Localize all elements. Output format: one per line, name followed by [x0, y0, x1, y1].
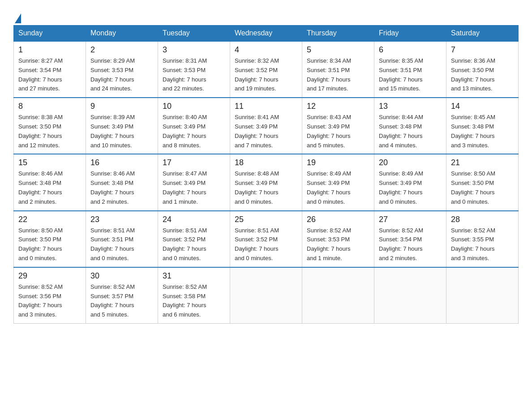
calendar-day-cell: 24 Sunrise: 8:51 AMSunset: 3:52 PMDaylig… — [158, 211, 230, 267]
calendar-week-row: 8 Sunrise: 8:38 AMSunset: 3:50 PMDayligh… — [14, 98, 519, 154]
calendar-day-cell: 25 Sunrise: 8:51 AMSunset: 3:52 PMDaylig… — [230, 211, 302, 267]
day-number: 24 — [163, 215, 225, 224]
day-number: 10 — [163, 102, 225, 111]
calendar-day-cell: 21 Sunrise: 8:50 AMSunset: 3:50 PMDaylig… — [446, 154, 519, 210]
day-of-week-header: Tuesday — [158, 26, 230, 42]
day-of-week-header: Thursday — [302, 26, 374, 42]
day-of-week-header: Monday — [86, 26, 158, 42]
day-number: 23 — [90, 215, 153, 224]
day-number: 11 — [235, 102, 297, 111]
day-number: 7 — [451, 45, 514, 55]
day-info: Sunrise: 8:51 AMSunset: 3:51 PMDaylight:… — [90, 227, 135, 261]
calendar-week-row: 1 Sunrise: 8:27 AMSunset: 3:54 PMDayligh… — [14, 41, 519, 98]
day-number: 14 — [451, 102, 514, 111]
day-info: Sunrise: 8:52 AMSunset: 3:54 PMDaylight:… — [379, 227, 423, 261]
calendar-day-cell: 30 Sunrise: 8:52 AMSunset: 3:57 PMDaylig… — [86, 267, 158, 324]
calendar-header: SundayMondayTuesdayWednesdayThursdayFrid… — [14, 26, 519, 42]
calendar-day-cell: 5 Sunrise: 8:34 AMSunset: 3:51 PMDayligh… — [302, 41, 374, 98]
calendar-day-cell — [302, 267, 374, 324]
day-number: 29 — [18, 271, 81, 281]
days-of-week-row: SundayMondayTuesdayWednesdayThursdayFrid… — [14, 26, 519, 42]
day-info: Sunrise: 8:43 AMSunset: 3:49 PMDaylight:… — [307, 114, 351, 148]
calendar-day-cell: 26 Sunrise: 8:52 AMSunset: 3:53 PMDaylig… — [302, 211, 374, 267]
calendar-week-row: 29 Sunrise: 8:52 AMSunset: 3:56 PMDaylig… — [14, 267, 519, 324]
day-info: Sunrise: 8:45 AMSunset: 3:48 PMDaylight:… — [451, 114, 495, 148]
day-info: Sunrise: 8:34 AMSunset: 3:51 PMDaylight:… — [307, 57, 351, 92]
day-number: 17 — [163, 158, 225, 167]
calendar-day-cell: 20 Sunrise: 8:49 AMSunset: 3:49 PMDaylig… — [374, 154, 446, 210]
day-number: 19 — [307, 158, 369, 167]
day-info: Sunrise: 8:29 AMSunset: 3:53 PMDaylight:… — [90, 57, 135, 92]
day-info: Sunrise: 8:41 AMSunset: 3:49 PMDaylight:… — [235, 114, 279, 148]
calendar-day-cell: 17 Sunrise: 8:47 AMSunset: 3:49 PMDaylig… — [158, 154, 230, 210]
day-info: Sunrise: 8:35 AMSunset: 3:51 PMDaylight:… — [379, 57, 423, 92]
logo-triangle-icon — [15, 13, 21, 23]
day-info: Sunrise: 8:32 AMSunset: 3:52 PMDaylight:… — [235, 57, 279, 92]
calendar-day-cell: 29 Sunrise: 8:52 AMSunset: 3:56 PMDaylig… — [14, 267, 86, 324]
day-number: 30 — [90, 271, 153, 281]
day-number: 28 — [451, 215, 514, 224]
day-of-week-header: Friday — [374, 26, 446, 42]
calendar-day-cell: 11 Sunrise: 8:41 AMSunset: 3:49 PMDaylig… — [230, 98, 302, 154]
calendar-day-cell: 3 Sunrise: 8:31 AMSunset: 3:53 PMDayligh… — [158, 41, 230, 98]
day-number: 1 — [18, 45, 81, 55]
calendar-day-cell: 4 Sunrise: 8:32 AMSunset: 3:52 PMDayligh… — [230, 41, 302, 98]
day-number: 2 — [90, 45, 153, 55]
day-info: Sunrise: 8:44 AMSunset: 3:48 PMDaylight:… — [379, 114, 423, 148]
day-number: 21 — [451, 158, 514, 167]
calendar-day-cell: 31 Sunrise: 8:52 AMSunset: 3:58 PMDaylig… — [158, 267, 230, 324]
day-number: 20 — [379, 158, 442, 167]
calendar-day-cell: 9 Sunrise: 8:39 AMSunset: 3:49 PMDayligh… — [86, 98, 158, 154]
day-number: 16 — [90, 158, 153, 167]
day-number: 3 — [163, 45, 225, 55]
calendar-day-cell: 27 Sunrise: 8:52 AMSunset: 3:54 PMDaylig… — [374, 211, 446, 267]
day-info: Sunrise: 8:39 AMSunset: 3:49 PMDaylight:… — [90, 114, 135, 148]
calendar-day-cell: 28 Sunrise: 8:52 AMSunset: 3:55 PMDaylig… — [446, 211, 519, 267]
day-of-week-header: Sunday — [14, 26, 86, 42]
calendar-day-cell: 1 Sunrise: 8:27 AMSunset: 3:54 PMDayligh… — [14, 41, 86, 98]
logo — [13, 13, 22, 21]
calendar-day-cell: 7 Sunrise: 8:36 AMSunset: 3:50 PMDayligh… — [446, 41, 519, 98]
calendar-day-cell: 10 Sunrise: 8:40 AMSunset: 3:49 PMDaylig… — [158, 98, 230, 154]
day-info: Sunrise: 8:52 AMSunset: 3:57 PMDaylight:… — [90, 283, 135, 318]
day-info: Sunrise: 8:52 AMSunset: 3:58 PMDaylight:… — [163, 283, 207, 318]
day-info: Sunrise: 8:27 AMSunset: 3:54 PMDaylight:… — [18, 57, 63, 92]
day-info: Sunrise: 8:31 AMSunset: 3:53 PMDaylight:… — [163, 57, 207, 92]
day-number: 8 — [18, 102, 81, 111]
calendar-day-cell: 8 Sunrise: 8:38 AMSunset: 3:50 PMDayligh… — [14, 98, 86, 154]
calendar-week-row: 22 Sunrise: 8:50 AMSunset: 3:50 PMDaylig… — [14, 211, 519, 267]
day-number: 12 — [307, 102, 369, 111]
day-number: 6 — [379, 45, 442, 55]
day-info: Sunrise: 8:40 AMSunset: 3:49 PMDaylight:… — [163, 114, 207, 148]
day-info: Sunrise: 8:46 AMSunset: 3:48 PMDaylight:… — [18, 170, 63, 205]
day-info: Sunrise: 8:52 AMSunset: 3:56 PMDaylight:… — [18, 283, 63, 318]
day-info: Sunrise: 8:38 AMSunset: 3:50 PMDaylight:… — [18, 114, 63, 148]
day-info: Sunrise: 8:48 AMSunset: 3:49 PMDaylight:… — [235, 170, 279, 205]
calendar-day-cell — [374, 267, 446, 324]
day-info: Sunrise: 8:50 AMSunset: 3:50 PMDaylight:… — [18, 227, 63, 261]
day-number: 26 — [307, 215, 369, 224]
calendar-day-cell: 19 Sunrise: 8:49 AMSunset: 3:49 PMDaylig… — [302, 154, 374, 210]
day-info: Sunrise: 8:36 AMSunset: 3:50 PMDaylight:… — [451, 57, 495, 92]
calendar-day-cell: 15 Sunrise: 8:46 AMSunset: 3:48 PMDaylig… — [14, 154, 86, 210]
calendar-day-cell — [230, 267, 302, 324]
day-number: 18 — [235, 158, 297, 167]
calendar-day-cell: 12 Sunrise: 8:43 AMSunset: 3:49 PMDaylig… — [302, 98, 374, 154]
calendar-day-cell: 6 Sunrise: 8:35 AMSunset: 3:51 PMDayligh… — [374, 41, 446, 98]
calendar-body: 1 Sunrise: 8:27 AMSunset: 3:54 PMDayligh… — [14, 41, 519, 323]
day-info: Sunrise: 8:52 AMSunset: 3:55 PMDaylight:… — [451, 227, 495, 261]
day-number: 27 — [379, 215, 442, 224]
day-of-week-header: Wednesday — [230, 26, 302, 42]
day-number: 9 — [90, 102, 153, 111]
day-info: Sunrise: 8:51 AMSunset: 3:52 PMDaylight:… — [235, 227, 279, 261]
day-info: Sunrise: 8:46 AMSunset: 3:48 PMDaylight:… — [90, 170, 135, 205]
calendar-day-cell: 23 Sunrise: 8:51 AMSunset: 3:51 PMDaylig… — [86, 211, 158, 267]
day-info: Sunrise: 8:52 AMSunset: 3:53 PMDaylight:… — [307, 227, 351, 261]
calendar-day-cell: 13 Sunrise: 8:44 AMSunset: 3:48 PMDaylig… — [374, 98, 446, 154]
calendar-day-cell: 22 Sunrise: 8:50 AMSunset: 3:50 PMDaylig… — [14, 211, 86, 267]
day-number: 15 — [18, 158, 81, 167]
calendar-day-cell — [446, 267, 519, 324]
page-header — [13, 9, 519, 21]
calendar-day-cell: 18 Sunrise: 8:48 AMSunset: 3:49 PMDaylig… — [230, 154, 302, 210]
day-number: 5 — [307, 45, 369, 55]
